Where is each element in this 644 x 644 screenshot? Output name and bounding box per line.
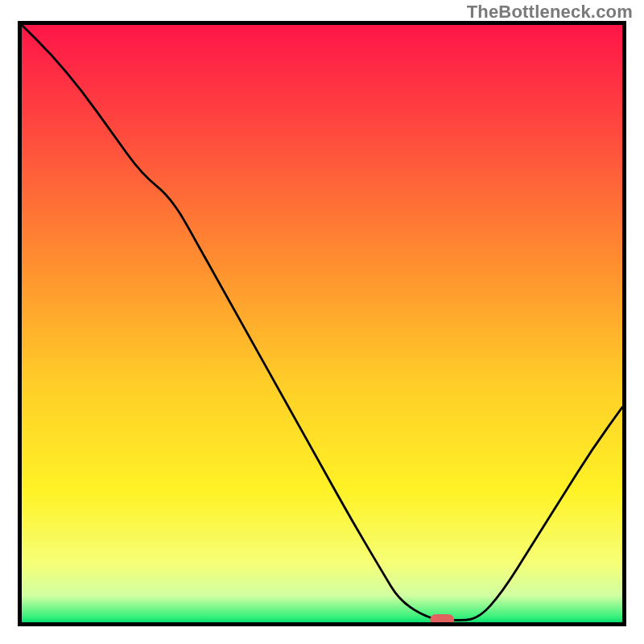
plot-area — [22, 25, 622, 622]
plot-frame — [18, 21, 626, 626]
watermark-text: TheBottleneck.com — [467, 2, 633, 23]
chart-stage: TheBottleneck.com — [0, 0, 644, 644]
plot-svg — [22, 25, 622, 622]
optimal-marker — [430, 614, 454, 622]
gradient-background — [22, 25, 622, 622]
